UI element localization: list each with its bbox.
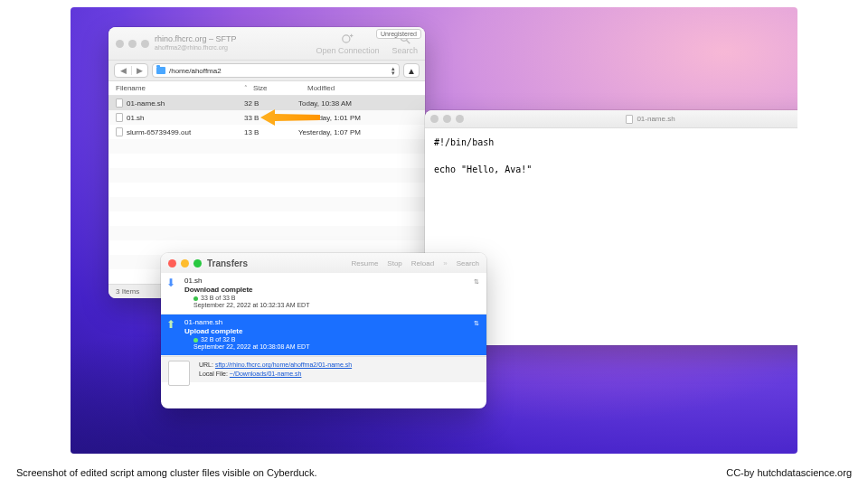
zoom-icon[interactable] [193,259,202,267]
title-subtext: ahoffma2@rhino.fhcrc.org [155,44,316,52]
path-dropdown[interactable]: /home/ahoffma2 ▴▾ [152,63,400,78]
status-dot-icon [193,338,198,343]
document-icon [626,115,633,124]
globe-plus-icon [341,33,354,45]
zoom-icon[interactable] [141,40,149,48]
cyberduck-titlebar[interactable]: rhino.fhcrc.org – SFTP ahoffma2@rhino.fh… [108,27,425,60]
svg-line-4 [406,40,410,43]
editor-content[interactable]: #!/bin/bash echo "Hello, Ava!" [425,128,797,183]
transfer-details: URL: sftp://rhino.fhcrc.org/home/ahoffma… [161,356,486,382]
nav-back-icon[interactable]: ◀ [115,66,131,75]
resume-button[interactable]: Resume [352,259,379,267]
desktop-wallpaper: rhino.fhcrc.org – SFTP ahoffma2@rhino.fh… [71,7,797,454]
window-traffic-lights[interactable] [430,115,464,123]
caption-left: Screenshot of edited script among cluste… [16,467,317,478]
url-label: URL: [199,361,213,368]
reload-button[interactable]: Reload [411,259,434,267]
close-icon[interactable] [430,115,439,123]
col-header-modified[interactable]: Modified [307,84,425,92]
transfers-window[interactable]: Transfers Resume Stop Reload » Search ⬇ … [161,253,486,408]
toolbar-divider: » [443,259,447,267]
path-text: /home/ahoffma2 [169,67,222,75]
window-title: rhino.fhcrc.org – SFTP ahoffma2@rhino.fh… [149,35,316,52]
unregistered-badge: Unregistered [376,29,421,39]
file-row[interactable]: 01.sh 33 B Yesterday, 1:01 PM [108,110,425,125]
file-name: 01-name.sh [127,99,165,108]
path-toolbar: ◀ ▶ /home/ahoffma2 ▴▾ ▲ [108,60,425,81]
file-name: 01.sh [127,114,145,122]
window-traffic-lights[interactable] [116,40,149,48]
file-row[interactable]: slurm-65739499.out 13 B Yesterday, 1:07 … [108,125,425,139]
chevron-updown-icon[interactable]: ⇅ [474,278,479,286]
upload-button[interactable]: ▲ [403,63,420,78]
editor-title: 01-name.sh [637,115,675,123]
col-header-size[interactable]: Size [253,84,307,92]
file-size: 13 B [244,128,298,136]
file-row[interactable]: 01-name.sh 32 B Today, 10:38 AM [108,96,425,110]
download-arrow-icon: ⬇ [166,277,175,289]
transfer-bytes: 33 B of 33 B [201,295,236,301]
document-icon [116,113,123,122]
file-preview-icon [168,361,190,386]
transfers-title: Transfers [207,258,248,268]
open-connection-label: Open Connection [316,46,379,55]
transfer-bytes: 32 B of 32 B [201,336,236,343]
chevron-updown-icon[interactable]: ⇅ [474,320,479,327]
empty-row [108,226,425,240]
status-dot-icon [193,296,198,301]
search-label: Search [392,46,418,55]
close-icon[interactable] [168,259,176,267]
file-modified: Yesterday, 1:01 PM [298,114,425,122]
url-link[interactable]: sftp://rhino.fhcrc.org/home/ahoffma2/01-… [215,361,352,368]
transfer-time: September 22, 2022 at 10:32:33 AM EDT [184,302,479,308]
transfer-name: 01-name.sh [184,318,479,326]
nav-forward-icon[interactable]: ▶ [131,66,147,75]
figure-caption: Screenshot of edited script among cluste… [0,461,868,488]
file-list-header[interactable]: Filename ˄ Size Modified [108,81,425,96]
window-traffic-lights[interactable] [168,259,202,267]
empty-row [108,154,425,168]
zoom-icon[interactable] [456,115,464,123]
transfer-status: Upload complete [184,327,479,335]
search-button[interactable]: Search [457,259,479,267]
title-text: rhino.fhcrc.org – SFTP [155,34,237,43]
col-header-filename[interactable]: Filename [108,84,244,92]
transfers-titlebar[interactable]: Transfers Resume Stop Reload » Search [161,253,486,273]
empty-row [108,197,425,211]
empty-row [108,211,425,226]
transfer-item[interactable]: ⬇ 01.sh Download complete 33 B of 33 B S… [161,273,486,314]
close-icon[interactable] [116,40,124,48]
stop-button[interactable]: Stop [387,259,401,267]
upload-arrow-icon: ⬆ [166,318,175,331]
folder-icon [156,67,165,74]
file-modified: Yesterday, 1:07 PM [298,128,425,136]
editor-titlebar[interactable]: 01-name.sh [425,110,797,128]
empty-row [108,139,425,154]
local-file-label: Local File: [199,371,228,377]
minimize-icon[interactable] [443,115,451,123]
nav-back-forward[interactable]: ◀ ▶ [114,63,148,78]
minimize-icon[interactable] [181,259,189,267]
transfer-time: September 22, 2022 at 10:38:08 AM EDT [184,343,479,350]
file-size: 32 B [244,99,298,108]
document-icon [116,99,123,108]
empty-row [108,183,425,197]
open-connection-button[interactable]: Open Connection [316,33,379,55]
document-icon [116,127,123,136]
svg-point-0 [343,34,350,42]
item-count: 3 Items [116,287,139,296]
empty-row [108,168,425,183]
chevron-updown-icon: ▴▾ [392,66,395,75]
file-modified: Today, 10:38 AM [298,99,425,108]
local-file-link[interactable]: ~/Downloads/01-name.sh [230,371,302,377]
sort-indicator-icon: ˄ [244,85,253,92]
file-name: slurm-65739499.out [127,128,191,136]
transfer-item[interactable]: ⬆ 01-name.sh Upload complete 32 B of 32 … [161,314,486,356]
transfer-status: Download complete [184,286,479,294]
file-size: 33 B [244,114,298,122]
caption-right: CC-by hutchdatascience.org [726,467,852,478]
transfer-name: 01.sh [184,277,479,285]
minimize-icon[interactable] [128,40,137,48]
